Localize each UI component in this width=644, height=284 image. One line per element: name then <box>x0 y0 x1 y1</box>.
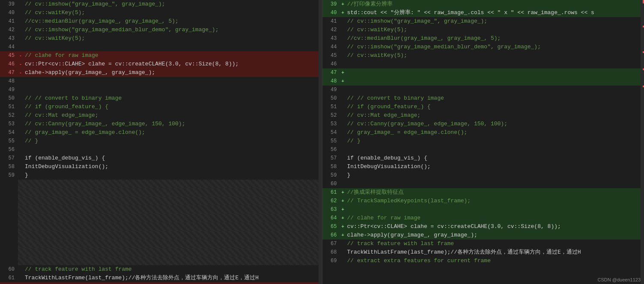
right-code-area[interactable]: 39 + //打印像素分辨率 40 + std::cout << "分辨率: "… <box>322 0 644 284</box>
diff-marker-empty <box>19 86 22 94</box>
diff-marker-empty <box>341 103 344 111</box>
line-content <box>23 231 322 240</box>
line-diff-marker <box>18 274 23 282</box>
line-diff-marker <box>18 180 23 188</box>
line-number: 60 <box>0 265 18 274</box>
code-line: 46 - cv::Ptr<cv::CLAHE> clahe = cv::crea… <box>0 60 322 68</box>
line-number: 47 <box>322 68 340 77</box>
code-line <box>0 188 322 197</box>
code-line: 45 - // clahe for raw image <box>0 51 322 60</box>
code-line: 67 // track feature with last frame <box>322 240 644 248</box>
line-content: } <box>23 171 322 180</box>
code-line: 66 + clahe->apply(gray_image_, gray_imag… <box>322 231 644 240</box>
right-pane: 39 + //打印像素分辨率 40 + std::cout << "分辨率: "… <box>322 0 644 284</box>
diff-marker-plus: + <box>341 77 344 86</box>
line-diff-marker <box>340 17 346 26</box>
code-line: 52 // cv::Mat edge_image; <box>322 111 644 120</box>
code-line: 39 + //打印像素分辨率 <box>322 0 644 9</box>
line-number: 65 <box>322 222 340 231</box>
left-pane: 39 // cv::imshow("gray_image_", gray_ima… <box>0 0 322 284</box>
code-line: 61 TrackWithLastFrame(last_frame);//各种方法… <box>0 274 322 282</box>
line-diff-marker <box>18 231 23 240</box>
code-line: 48 + <box>322 77 644 86</box>
line-content <box>23 197 322 205</box>
diff-marker-empty <box>341 17 344 26</box>
diff-marker-empty <box>341 171 344 180</box>
line-diff-marker <box>18 154 23 163</box>
left-code-area[interactable]: 39 // cv::imshow("gray_image_", gray_ima… <box>0 0 322 284</box>
line-diff-marker: + <box>340 77 346 86</box>
diff-marker-empty <box>19 9 22 17</box>
line-number: 57 <box>322 154 340 163</box>
line-number: 49 <box>322 86 340 94</box>
line-number: 62 <box>0 282 18 284</box>
line-content: //打印像素分辨率 <box>346 0 644 9</box>
right-scrollbar[interactable] <box>641 0 644 284</box>
diff-marker-empty <box>19 111 22 120</box>
diff-marker-empty <box>341 60 344 68</box>
code-line: 44 <box>0 43 322 51</box>
line-diff-marker <box>340 257 346 265</box>
line-number: 44 <box>0 43 18 51</box>
line-number: 56 <box>0 145 18 154</box>
diff-marker-empty <box>341 257 344 265</box>
line-content: InitDebugVisualization(); <box>23 163 322 171</box>
line-content: // extract extra features for current fr… <box>346 257 644 265</box>
diff-marker-empty <box>341 145 344 154</box>
diff-marker-minus: - <box>19 51 22 60</box>
line-diff-marker <box>18 9 23 17</box>
line-diff-marker <box>340 86 346 94</box>
line-number: 68 <box>322 248 340 257</box>
code-line <box>0 180 322 188</box>
code-line: 42 // cv::waitKey(5); <box>322 26 644 34</box>
line-number: 54 <box>0 128 18 137</box>
diff-marker-empty <box>341 163 344 171</box>
code-line: 47 - clahe->apply(gray_image_, gray_imag… <box>0 68 322 77</box>
line-number: 42 <box>322 26 340 34</box>
diff-marker-empty <box>341 120 344 128</box>
line-diff-marker <box>340 163 346 171</box>
line-number: 42 <box>0 26 18 34</box>
line-content: clahe->apply(gray_image_, gray_image_); <box>346 231 644 240</box>
diff-marker-plus: + <box>341 0 344 9</box>
code-line: 47 + <box>322 68 644 77</box>
diff-marker-empty <box>341 137 344 145</box>
diff-marker-plus: + <box>341 231 344 240</box>
code-line: 58 InitDebugVisualization(); <box>0 163 322 171</box>
diff-marker-empty <box>19 171 22 180</box>
line-content: // // convert to binary image <box>23 94 322 103</box>
line-number: 55 <box>0 137 18 145</box>
line-diff-marker <box>18 0 23 9</box>
line-content: // cv::waitKey(5); <box>23 34 322 43</box>
code-line: 51 // if (ground_feature_) { <box>322 103 644 111</box>
line-number: 53 <box>0 120 18 128</box>
code-line: 63 + <box>322 205 644 214</box>
line-content: cv::Ptr<cv::CLAHE> clahe = cv::createCLA… <box>346 222 644 231</box>
line-number <box>0 188 18 197</box>
line-number: 52 <box>322 111 340 120</box>
code-line: 56 <box>0 145 322 154</box>
code-line: 59 } <box>322 171 644 180</box>
line-number: 59 <box>322 171 340 180</box>
line-number: 50 <box>322 94 340 103</box>
line-number: 54 <box>322 128 340 137</box>
line-diff-marker: + <box>340 214 346 222</box>
code-line: 40 + std::cout << "分辨率: " << raw_image_.… <box>322 9 644 17</box>
code-line <box>0 214 322 222</box>
code-line <box>0 205 322 214</box>
line-diff-marker <box>340 60 346 68</box>
left-scrollbar[interactable] <box>319 0 322 284</box>
line-content <box>346 180 644 188</box>
line-number: 53 <box>322 120 340 128</box>
line-number: 60 <box>322 180 340 188</box>
line-content: // clahe for raw image <box>346 214 644 222</box>
diff-marker-plus: + <box>341 68 344 77</box>
line-number: 45 <box>322 51 340 60</box>
line-content: // track feature with last frame <box>346 240 644 248</box>
diff-marker-empty <box>19 128 22 137</box>
line-content <box>346 60 644 68</box>
line-diff-marker <box>340 94 346 103</box>
line-content: if (enable_debug_vis_) { <box>346 154 644 163</box>
line-content <box>23 77 322 86</box>
line-number: 46 <box>322 60 340 68</box>
